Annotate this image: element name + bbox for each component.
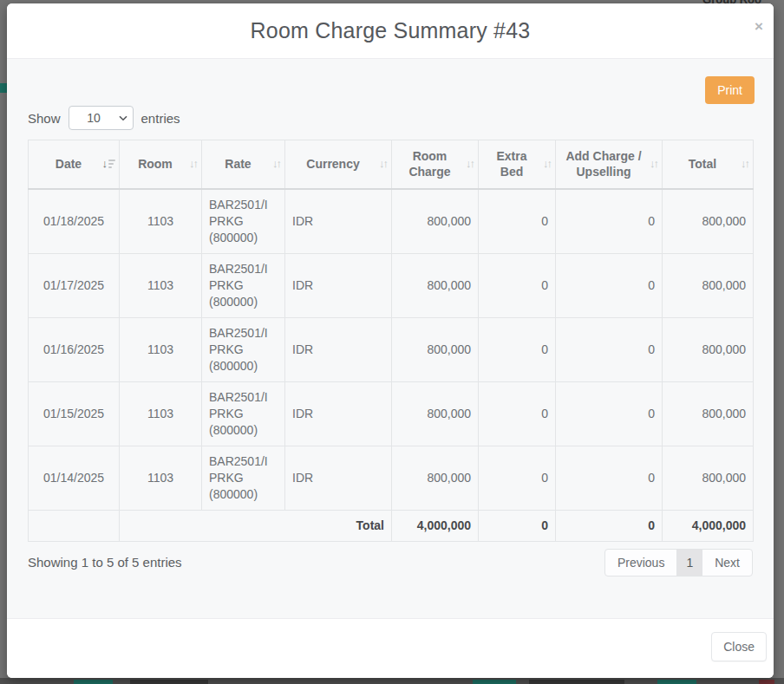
- footer-add-charge: 0: [556, 510, 663, 541]
- table-info-row: Showing 1 to 5 of 5 entries Previous 1 N…: [28, 549, 753, 577]
- cell-room-charge: 800,000: [392, 317, 479, 381]
- table-row: 01/15/2025 1103 BAR2501/I PRKG (800000) …: [29, 381, 754, 446]
- cell-add-charge: 0: [556, 189, 663, 254]
- page-length-control: Show 10 entries: [28, 106, 753, 130]
- background-fragment: [74, 680, 113, 684]
- cell-currency: IDR: [285, 317, 392, 381]
- cell-extra-bed: 0: [479, 253, 556, 317]
- pagination-previous-button[interactable]: Previous: [604, 549, 677, 577]
- cell-total: 800,000: [663, 317, 754, 381]
- background-left-fragment: [0, 83, 7, 93]
- sort-icon: ↓↑: [543, 156, 551, 172]
- column-header-date[interactable]: Date ↓: [29, 140, 120, 189]
- footer-extra-bed: 0: [479, 510, 556, 541]
- background-fragment: [759, 680, 774, 684]
- cell-total: 800,000: [663, 253, 754, 317]
- cell-date: 01/18/2025: [29, 189, 120, 254]
- cell-extra-bed: 0: [479, 189, 556, 254]
- sort-icon: ↓↑: [741, 156, 748, 172]
- show-label: Show: [28, 111, 61, 126]
- footer-empty-cell: [29, 510, 120, 541]
- table-row: 01/18/2025 1103 BAR2501/I PRKG (800000) …: [29, 189, 754, 254]
- cell-room: 1103: [120, 446, 202, 510]
- cell-date: 01/15/2025: [29, 381, 120, 446]
- close-button[interactable]: Close: [711, 632, 767, 661]
- sort-desc-icon: ↓: [102, 156, 116, 172]
- sort-icon: ↓↑: [650, 156, 657, 172]
- table-row: 01/14/2025 1103 BAR2501/I PRKG (800000) …: [29, 446, 754, 510]
- room-charge-table: Date ↓ Room ↓↑ Rate ↓↑: [28, 140, 754, 542]
- modal-header: Room Charge Summary #43 ×: [7, 3, 774, 59]
- background-fragment: [657, 680, 696, 684]
- page-length-select[interactable]: 10: [69, 106, 134, 130]
- cell-room: 1103: [120, 189, 202, 254]
- cell-rate: BAR2501/I PRKG (800000): [202, 317, 285, 381]
- modal-title: Room Charge Summary #43: [251, 18, 531, 43]
- column-header-room-charge[interactable]: Room Charge ↓↑: [392, 140, 479, 189]
- sort-icon: ↓↑: [189, 156, 197, 172]
- print-button[interactable]: Print: [705, 76, 755, 104]
- close-icon[interactable]: ×: [755, 19, 763, 34]
- background-page-bottom-fragment: [0, 678, 784, 684]
- column-header-room[interactable]: Room ↓↑: [120, 140, 202, 189]
- cell-rate: BAR2501/I PRKG (800000): [202, 381, 285, 446]
- background-fragment: [130, 680, 208, 684]
- cell-room-charge: 800,000: [392, 253, 479, 317]
- column-header-add-charge-upselling[interactable]: Add Charge / Upselling ↓↑: [556, 140, 663, 189]
- pagination-next-button[interactable]: Next: [702, 549, 753, 577]
- cell-room: 1103: [120, 381, 202, 446]
- cell-total: 800,000: [663, 381, 754, 446]
- background-fragment: [473, 680, 516, 684]
- footer-room-charge: 4,000,000: [392, 510, 479, 541]
- cell-room-charge: 800,000: [392, 381, 479, 446]
- sort-icon: ↓↑: [272, 156, 280, 172]
- modal-body: Print Show 10 entries Date: [7, 59, 774, 618]
- cell-add-charge: 0: [556, 317, 663, 381]
- pagination-page-1-button[interactable]: 1: [676, 549, 702, 577]
- cell-add-charge: 0: [556, 253, 663, 317]
- column-header-total[interactable]: Total ↓↑: [663, 140, 754, 189]
- cell-total: 800,000: [663, 189, 754, 254]
- room-charge-summary-modal: Room Charge Summary #43 × Print Show 10 …: [7, 3, 774, 678]
- cell-rate: BAR2501/I PRKG (800000): [202, 189, 285, 254]
- column-header-extra-bed[interactable]: Extra Bed ↓↑: [479, 140, 556, 189]
- entries-label: entries: [141, 111, 180, 126]
- table-row: 01/16/2025 1103 BAR2501/I PRKG (800000) …: [29, 317, 754, 381]
- column-header-rate[interactable]: Rate ↓↑: [202, 140, 285, 189]
- cell-date: 01/17/2025: [29, 253, 120, 317]
- cell-currency: IDR: [285, 253, 392, 317]
- cell-extra-bed: 0: [479, 381, 556, 446]
- cell-total: 800,000: [663, 446, 754, 510]
- sort-icon: ↓↑: [379, 156, 387, 172]
- cell-add-charge: 0: [556, 381, 663, 446]
- table-row: 01/17/2025 1103 BAR2501/I PRKG (800000) …: [29, 253, 754, 317]
- table-total-row: Total 4,000,000 0 0 4,000,000: [29, 510, 754, 541]
- cell-rate: BAR2501/I PRKG (800000): [202, 446, 285, 510]
- background-fragment: [529, 680, 624, 684]
- cell-date: 01/16/2025: [29, 317, 120, 381]
- cell-extra-bed: 0: [479, 446, 556, 510]
- cell-room: 1103: [120, 253, 202, 317]
- cell-room-charge: 800,000: [392, 189, 479, 254]
- modal-footer: Close: [7, 618, 774, 678]
- cell-currency: IDR: [285, 446, 392, 510]
- cell-rate: BAR2501/I PRKG (800000): [202, 253, 285, 317]
- cell-room: 1103: [120, 317, 202, 381]
- showing-entries-text: Showing 1 to 5 of 5 entries: [28, 555, 182, 570]
- cell-date: 01/14/2025: [29, 446, 120, 510]
- cell-currency: IDR: [285, 189, 392, 254]
- cell-add-charge: 0: [556, 446, 663, 510]
- sort-icon: ↓↑: [466, 156, 474, 172]
- cell-room-charge: 800,000: [392, 446, 479, 510]
- table-header-row: Date ↓ Room ↓↑ Rate ↓↑: [29, 140, 754, 189]
- footer-total-label: Total: [120, 510, 392, 541]
- pagination: Previous 1 Next: [604, 549, 753, 577]
- cell-currency: IDR: [285, 381, 392, 446]
- footer-total: 4,000,000: [663, 510, 754, 541]
- column-header-currency[interactable]: Currency ↓↑: [285, 140, 392, 189]
- cell-extra-bed: 0: [479, 317, 556, 381]
